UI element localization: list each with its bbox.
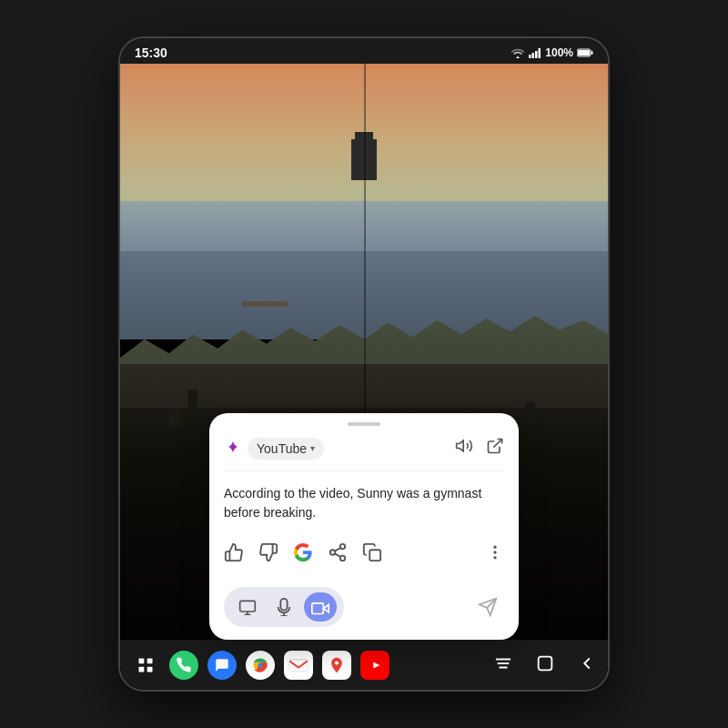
volume-icon[interactable] bbox=[455, 437, 473, 460]
svg-marker-7 bbox=[457, 440, 464, 451]
svg-rect-5 bbox=[578, 50, 590, 56]
svg-rect-2 bbox=[535, 51, 538, 58]
panel-header-right bbox=[455, 437, 504, 460]
svg-rect-21 bbox=[280, 599, 287, 611]
panel-content: According to the video, Sunny was a gymn… bbox=[209, 471, 519, 535]
thumbs-up-icon[interactable] bbox=[224, 542, 244, 567]
phone-inner: 15:30 100% bbox=[120, 38, 608, 690]
ai-response-text: According to the video, Sunny was a gymn… bbox=[224, 484, 504, 522]
status-icons: 100% bbox=[511, 46, 593, 59]
gmail-app-icon[interactable] bbox=[284, 651, 313, 680]
phone-frame: 15:30 100% bbox=[118, 36, 610, 692]
google-search-icon[interactable] bbox=[293, 542, 313, 567]
panel-header-left: YouTube ▾ bbox=[224, 438, 324, 460]
back-button[interactable] bbox=[577, 653, 597, 677]
copy-icon[interactable] bbox=[362, 542, 382, 567]
svg-rect-28 bbox=[147, 658, 153, 663]
wifi-icon bbox=[511, 47, 525, 58]
svg-point-32 bbox=[258, 662, 263, 667]
svg-rect-3 bbox=[539, 48, 541, 58]
svg-point-11 bbox=[340, 556, 346, 561]
svg-point-17 bbox=[493, 556, 496, 559]
battery-icon bbox=[577, 48, 593, 57]
camera-button[interactable] bbox=[304, 592, 337, 622]
svg-rect-0 bbox=[529, 55, 531, 58]
action-icons bbox=[224, 542, 382, 567]
svg-point-15 bbox=[493, 546, 496, 549]
gemini-star-icon bbox=[224, 440, 242, 458]
youtube-app-icon[interactable] bbox=[360, 651, 389, 680]
maps-app-icon[interactable] bbox=[322, 651, 351, 680]
nav-bar bbox=[120, 640, 608, 690]
signal-icon bbox=[529, 47, 541, 58]
svg-line-12 bbox=[335, 553, 340, 557]
source-label: YouTube bbox=[257, 441, 307, 456]
nav-controls bbox=[493, 653, 597, 677]
svg-rect-6 bbox=[592, 51, 593, 55]
pier bbox=[242, 301, 288, 307]
screen-button[interactable] bbox=[231, 592, 264, 622]
svg-point-16 bbox=[493, 551, 496, 553]
svg-rect-1 bbox=[532, 53, 535, 58]
phone-app-icon[interactable] bbox=[169, 651, 198, 680]
battery-display: 100% bbox=[545, 46, 573, 59]
svg-rect-30 bbox=[147, 666, 153, 672]
time-display: 15:30 bbox=[135, 46, 167, 60]
more-options-icon[interactable] bbox=[486, 543, 504, 566]
send-button[interactable] bbox=[471, 591, 504, 623]
open-external-icon[interactable] bbox=[486, 437, 504, 460]
svg-rect-40 bbox=[539, 656, 552, 670]
svg-line-8 bbox=[493, 440, 501, 448]
svg-point-9 bbox=[340, 544, 346, 550]
chrome-app-icon[interactable] bbox=[246, 651, 275, 680]
panel-handle[interactable] bbox=[348, 422, 380, 426]
mini-bldg-1 bbox=[169, 408, 180, 426]
svg-rect-18 bbox=[240, 601, 256, 612]
mini-bldg-4 bbox=[526, 402, 535, 422]
panel-footer bbox=[209, 580, 519, 640]
panel-header: YouTube ▾ bbox=[209, 437, 519, 470]
status-bar: 15:30 100% bbox=[120, 38, 608, 64]
source-selector[interactable]: YouTube ▾ bbox=[248, 438, 324, 460]
mini-bldg-2 bbox=[188, 389, 197, 415]
home-button[interactable] bbox=[535, 653, 555, 677]
app-dock bbox=[131, 651, 389, 680]
input-buttons bbox=[224, 587, 344, 627]
ai-panel: YouTube ▾ bbox=[209, 413, 519, 640]
messages-app-icon[interactable] bbox=[207, 651, 237, 680]
apps-button[interactable] bbox=[131, 651, 160, 680]
svg-point-34 bbox=[335, 661, 339, 664]
svg-line-13 bbox=[335, 548, 340, 551]
chevron-down-icon: ▾ bbox=[310, 443, 315, 453]
svg-rect-27 bbox=[139, 658, 145, 663]
thumbs-down-icon[interactable] bbox=[258, 542, 278, 567]
mic-button[interactable] bbox=[268, 592, 300, 622]
video-area: YouTube ▾ bbox=[120, 64, 608, 690]
svg-rect-14 bbox=[369, 550, 380, 561]
share-icon[interactable] bbox=[328, 542, 348, 567]
action-row bbox=[209, 535, 519, 580]
svg-rect-29 bbox=[139, 666, 145, 672]
svg-point-10 bbox=[330, 550, 336, 555]
svg-rect-24 bbox=[312, 603, 324, 614]
recent-apps-button[interactable] bbox=[493, 655, 513, 675]
